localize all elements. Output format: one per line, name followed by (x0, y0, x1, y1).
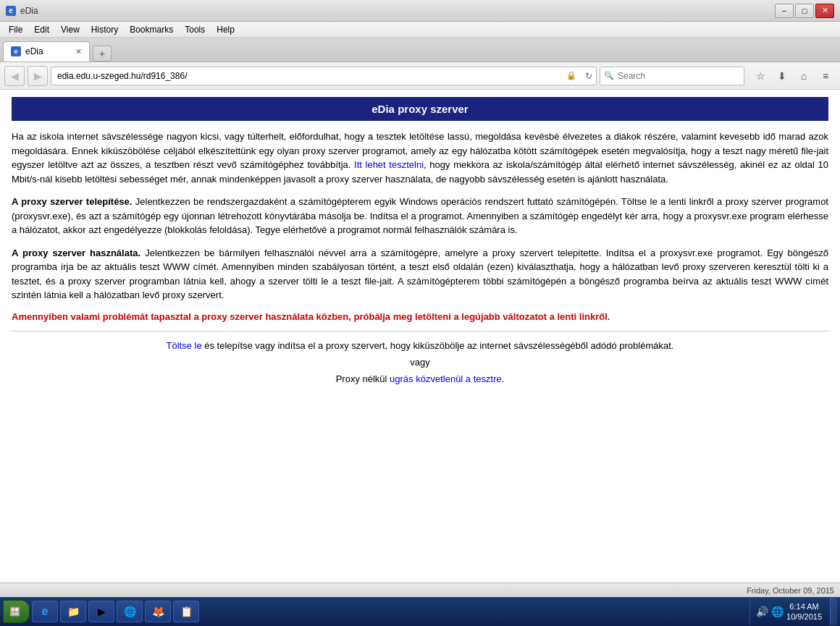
page-header: eDia proxy szerver (12, 97, 828, 121)
show-desktop-button[interactable] (830, 598, 837, 625)
window-title: eDia (20, 6, 38, 16)
taskbar-app-media[interactable]: ▶ (88, 601, 114, 622)
tab-favicon: e (11, 46, 21, 56)
taskbar-app-misc[interactable]: 📋 (173, 601, 199, 622)
windows-icon: 🪟 (9, 606, 20, 617)
page-content: eDia proxy szerver Ha az iskola internet… (0, 90, 840, 575)
download-link[interactable]: Töltse le (167, 340, 202, 351)
refresh-button[interactable]: ↻ (585, 71, 592, 81)
taskbar-app-chrome[interactable]: 🌐 (117, 601, 143, 622)
chrome-icon: 🌐 (122, 604, 137, 619)
new-tab-button[interactable]: + (93, 46, 112, 62)
taskbar: 🪟 e 📁 ▶ 🌐 🦊 📋 🔊 🌐 6:14 AM 10/9/2015 (0, 597, 840, 626)
direct-test-link[interactable]: ugrás közvetlenül a tesztre (390, 373, 502, 384)
address-bar[interactable] (51, 67, 597, 85)
search-icon: 🔍 (604, 71, 614, 80)
install-paragraph: A proxy szerver telepítése. Jelentkezzen… (12, 195, 828, 237)
system-tray: 🔊 🌐 6:14 AM 10/9/2015 (749, 598, 828, 625)
nav-icons: ☆ ⬇ ⌂ ≡ (750, 66, 836, 86)
menu-view[interactable]: View (55, 23, 85, 36)
tab-bar: e eDia ✕ + (0, 38, 840, 62)
menu-history[interactable]: History (85, 23, 124, 36)
search-wrapper: 🔍 (600, 67, 744, 85)
taskbar-app-ie[interactable]: e (32, 601, 58, 622)
menu-bookmarks[interactable]: Bookmarks (124, 23, 179, 36)
menu-edit[interactable]: Edit (28, 23, 55, 36)
tray-volume-icon[interactable]: 🔊 (756, 606, 768, 617)
tab-label: eDia (25, 46, 43, 56)
tab-close-button[interactable]: ✕ (75, 47, 82, 56)
window-favicon: e (6, 6, 16, 16)
tray-clock: 6:14 AM 10/9/2015 (786, 601, 822, 622)
menu-help[interactable]: Help (211, 23, 240, 36)
close-button[interactable]: ✕ (815, 4, 834, 18)
menu-tools[interactable]: Tools (179, 23, 211, 36)
separator (12, 331, 828, 331)
bookmark-button[interactable]: ☆ (750, 66, 770, 86)
minimize-button[interactable]: − (775, 4, 794, 18)
start-button[interactable]: 🪟 (3, 600, 30, 623)
explorer-icon: 📁 (66, 604, 80, 619)
home-button[interactable]: ⌂ (794, 66, 814, 86)
test-speed-link[interactable]: Itt lehet tesztelni (354, 159, 424, 170)
install-heading: A proxy szerver telepítése. (12, 196, 132, 207)
maximize-button[interactable]: □ (795, 4, 814, 18)
back-button[interactable]: ◀ (4, 66, 25, 86)
proxy-section: Proxy nélkül ugrás közvetlenül a tesztre… (12, 373, 828, 384)
taskbar-app-explorer[interactable]: 📁 (60, 601, 86, 622)
usage-paragraph: A proxy szerver használata. Jelentkezzen… (12, 246, 828, 303)
misc-icon: 📋 (179, 604, 193, 619)
menu-bar: File Edit View History Bookmarks Tools H… (0, 22, 840, 38)
taskbar-app-firefox[interactable]: 🦊 (145, 601, 171, 622)
download-section: Töltse le és telepítse vagy indítsa el a… (12, 340, 828, 351)
usage-heading: A proxy szerver használata. (12, 248, 140, 258)
intro-paragraph: Ha az iskola internet sávszélessége nagy… (12, 130, 828, 186)
security-icon: 🔒 (566, 71, 576, 80)
status-date: Friday, October 09, 2015 (747, 586, 834, 595)
forward-button[interactable]: ▶ (28, 66, 48, 86)
media-icon: ▶ (94, 604, 109, 619)
tray-date-display: 10/9/2015 (786, 612, 822, 622)
title-bar: e eDia − □ ✕ (0, 0, 840, 22)
tab-edia[interactable]: e eDia ✕ (3, 41, 90, 62)
search-input[interactable] (600, 67, 744, 85)
status-bar: Friday, October 09, 2015 (0, 583, 840, 597)
firefox-icon: 🦊 (151, 604, 165, 619)
ie-icon: e (38, 604, 52, 619)
or-text: vagy (12, 357, 828, 368)
menu-button[interactable]: ≡ (815, 66, 836, 86)
nav-bar: ◀ ▶ 🔒 ↻ 🔍 ☆ ⬇ ⌂ ≡ (0, 62, 840, 90)
menu-file[interactable]: File (3, 23, 28, 36)
download-button[interactable]: ⬇ (772, 66, 792, 86)
tray-time-display: 6:14 AM (786, 601, 822, 612)
tray-network-icon[interactable]: 🌐 (771, 606, 784, 617)
warning-paragraph: Amennyiben valami problémát tapasztal a … (12, 311, 828, 322)
address-wrapper: 🔒 ↻ (51, 67, 597, 85)
